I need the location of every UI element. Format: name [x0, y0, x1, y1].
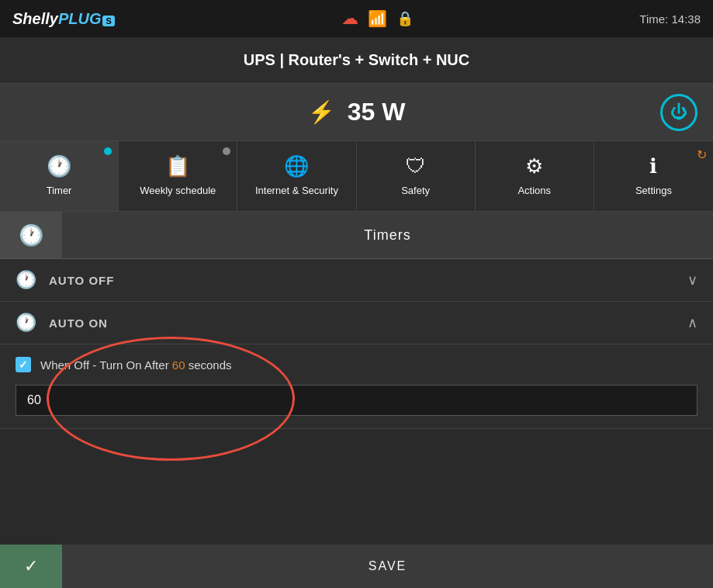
lock-icon: 🔒 [396, 10, 414, 27]
tab-actions-label: Actions [517, 185, 551, 198]
auto-on-content: ✓ When Off - Turn On After 60 seconds [0, 344, 713, 428]
cloud-icon: ☁ [341, 9, 358, 29]
section-header: 🕐 Timers [0, 212, 713, 259]
auto-on-header[interactable]: 🕐 AUTO ON ∧ [0, 302, 713, 344]
tab-internet-label: Internet & Security [255, 185, 338, 198]
tab-timer[interactable]: 🕐 Timer [0, 141, 119, 211]
checkbox-label-prefix: When Off - Turn On After [40, 358, 172, 372]
tab-timer-dot [104, 147, 112, 155]
auto-off-clock-icon: 🕐 [16, 270, 36, 290]
logo-shelly: Shelly [12, 10, 58, 27]
time-display: Time: 14:38 [639, 12, 701, 26]
logo-plug: PLUG [58, 10, 102, 27]
tab-weekly-schedule[interactable]: 📋 Weekly schedule [119, 141, 237, 211]
auto-on-section: 🕐 AUTO ON ∧ ✓ When Off - Turn On After 6… [0, 302, 713, 429]
section-icon-box: 🕐 [0, 212, 62, 258]
device-title: UPS | Router's + Switch + NUC [0, 37, 713, 84]
save-check-button[interactable]: ✓ [0, 545, 62, 588]
auto-on-clock-icon: 🕐 [16, 313, 36, 333]
time-value: 14:38 [671, 12, 701, 26]
auto-on-seconds-input[interactable] [16, 385, 697, 416]
tab-settings[interactable]: ↻ ℹ Settings [594, 141, 713, 211]
tab-safety[interactable]: 🛡 Safety [357, 141, 476, 211]
power-button[interactable]: ⏻ [660, 94, 697, 131]
save-bar: ✓ SAVE [0, 545, 713, 588]
app-logo: ShellyPLUGS [12, 10, 115, 28]
header-icons: ☁ 📶 🔒 [341, 9, 414, 29]
tab-settings-label: Settings [635, 185, 672, 198]
wifi-icon: 📶 [368, 9, 387, 28]
bolt-icon: ⚡ [308, 99, 335, 125]
power-value: 35 W [348, 98, 406, 126]
checkbox-row: ✓ When Off - Turn On After 60 seconds [16, 357, 697, 372]
actions-icon: ⚙ [525, 154, 543, 178]
auto-off-row[interactable]: 🕐 AUTO OFF ∨ [0, 259, 713, 302]
app-header: ShellyPLUGS ☁ 📶 🔒 Time: 14:38 [0, 0, 713, 37]
globe-icon: 🌐 [284, 154, 309, 178]
logo-s-badge: S [102, 16, 114, 26]
checkbox-unit: seconds [185, 358, 231, 372]
tab-internet-security[interactable]: 🌐 Internet & Security [237, 141, 356, 211]
info-icon: ℹ [649, 154, 657, 178]
tab-weekly-dot [223, 147, 230, 155]
tab-safety-label: Safety [401, 185, 430, 198]
tab-timer-label: Timer [47, 185, 72, 198]
auto-on-label: AUTO ON [49, 316, 687, 330]
section-title: Timers [62, 227, 713, 244]
checkbox-seconds-value: 60 [172, 358, 185, 372]
tab-weekly-label: Weekly schedule [140, 185, 216, 198]
time-label: Time: [639, 12, 668, 26]
calendar-icon: 📋 [165, 154, 190, 178]
shield-icon: 🛡 [406, 154, 426, 178]
refresh-icon: ↻ [697, 147, 707, 162]
power-bar: ⚡ 35 W ⏻ [0, 84, 713, 141]
save-label[interactable]: SAVE [62, 559, 713, 573]
tab-actions[interactable]: ⚙ Actions [476, 141, 594, 211]
auto-on-chevron-icon: ∧ [687, 314, 697, 331]
nav-tabs: 🕐 Timer 📋 Weekly schedule 🌐 Internet & S… [0, 141, 713, 212]
clock-icon: 🕐 [47, 154, 71, 178]
auto-on-checkbox[interactable]: ✓ [16, 357, 31, 372]
auto-off-chevron-icon: ∨ [687, 272, 697, 289]
auto-off-label: AUTO OFF [49, 274, 687, 287]
checkbox-text: When Off - Turn On After 60 seconds [40, 358, 232, 372]
main-content: UPS | Router's + Switch + NUC ⚡ 35 W ⏻ 🕐… [0, 37, 713, 588]
section-clock-icon: 🕐 [19, 223, 43, 247]
